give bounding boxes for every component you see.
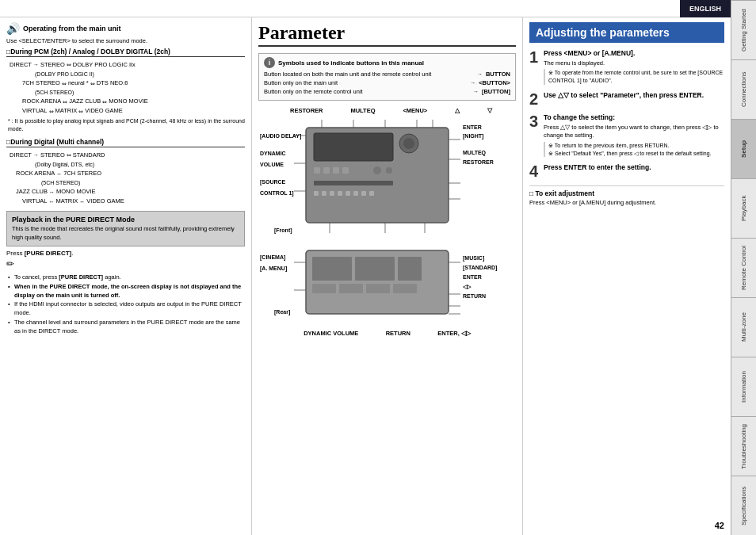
note-4: The channel level and surround parameter… [8, 318, 245, 336]
sidebar-item-connections[interactable]: Connections [731, 59, 756, 119]
svg-rect-14 [338, 191, 342, 196]
section-title: 🔊 Operating from the main unit [6, 22, 245, 35]
flow-row-3: ROCK ARENA ⇔ JAZZ CLUB ⇔ MONO MOVIE [22, 97, 245, 106]
svg-rect-5 [323, 167, 330, 174]
rear-left-labels: [CINEMA] [A. MENU] [260, 252, 287, 274]
svg-rect-24 [312, 284, 336, 293]
exit-section: □ To exit adjustment Press <MENU> or [A.… [529, 185, 724, 206]
svg-rect-10 [314, 181, 393, 185]
svg-point-3 [403, 138, 414, 149]
symbols-box: i Symbols used to indicate buttons in th… [258, 53, 516, 101]
page-title: Parameter [258, 22, 516, 47]
bottom-labels: DYNAMIC VOLUME RETURN ENTER, ◁▷ [258, 330, 516, 337]
svg-point-9 [386, 167, 392, 174]
center-panel: Parameter i Symbols used to indicate but… [252, 17, 523, 535]
svg-rect-16 [353, 191, 358, 196]
sidebar-item-troubleshooting[interactable]: Troubleshooting [731, 416, 756, 476]
right-panel: Adjusting the parameters 1 Press <MENU> … [523, 17, 731, 535]
sidebar-item-playback[interactable]: Playback [731, 178, 756, 238]
english-label: ENGLISH [689, 5, 721, 13]
digital-flow-row-3: VIRTUAL ↔ MATRIX ↔ VIDEO GAME [22, 197, 245, 206]
svg-rect-25 [339, 284, 363, 293]
svg-rect-18 [369, 191, 374, 196]
asterisk-note: * : It is possible to play analog input … [8, 117, 245, 133]
left-labels: [AUDIO DELAY] DYNAMICVOLUME [SOURCECONTR… [260, 131, 301, 199]
front-label: [Front] [274, 227, 292, 233]
page-number: 42 [715, 521, 724, 530]
flow-row-2b: (5CH STEREO) [35, 88, 245, 97]
symbol-row-2: Button only on the main unit → <BUTTON> [264, 79, 510, 86]
step-3: 3 To change the setting: Press △▽ to sel… [529, 113, 724, 157]
digital-flow-row-1: DIRECT → STEREO ⇔ STANDARD [10, 151, 245, 160]
pcm-title: □During PCM (2ch) / Analog / DOLBY DIGIT… [6, 48, 245, 57]
device-diagram-container: RESTORER MULTEQ <MENU> △ ▽ [258, 107, 516, 337]
digital-flow-row-2: ROCK ARENA ↔ 7CH STEREO (5CH STEREO) JAZ… [16, 169, 245, 197]
step-4: 4 Press ENTER to enter the setting. [529, 163, 724, 179]
exit-title: □ To exit adjustment [529, 189, 724, 197]
top-labels: RESTORER MULTEQ <MENU> △ ▽ [258, 107, 516, 114]
top-bar: ENGLISH [0, 0, 756, 17]
symbols-title: i Symbols used to indicate buttons in th… [264, 57, 510, 68]
step-1: 1 Press <MENU> or [A.MENU]. The menu is … [529, 49, 724, 85]
svg-rect-27 [393, 284, 417, 293]
svg-rect-12 [322, 191, 326, 196]
svg-rect-4 [314, 167, 320, 174]
note-2: When in the PURE DIRECT mode, the on-scr… [8, 282, 245, 300]
note-1: To cancel, press [PURE DIRECT] again. [8, 273, 245, 281]
flow-row-1: DIRECT→STEREO ⇔ DOLBY PRO LOGIC IIx [10, 60, 245, 70]
svg-rect-11 [314, 191, 319, 196]
sidebar-item-setup[interactable]: Setup [731, 119, 756, 178]
pure-direct-title: Playback in the PURE DIRECT Mode [12, 216, 239, 224]
svg-rect-26 [366, 284, 390, 293]
digital-flow-row-1b: (Dolby Digital, DTS, etc) [35, 160, 245, 169]
rear-label: [Rear] [274, 309, 290, 315]
svg-rect-13 [330, 191, 334, 196]
flow-row-2: 7CH STEREO ⇔ neural * ⇔ DTS NEO:6 [22, 78, 245, 88]
symbols-icon: i [264, 57, 275, 68]
step-2: 2 Use △▽ to select "Parameter", then pre… [529, 91, 724, 107]
symbol-row-1: Button located on both the main unit and… [264, 71, 510, 78]
main-content: 🔊 Operating from the main unit Use <SELE… [0, 17, 731, 535]
svg-point-8 [373, 166, 381, 174]
pcm-section: □During PCM (2ch) / Analog / DOLBY DIGIT… [6, 48, 245, 133]
right-labels-top: ENTER [NIGHT] MULTEQ RESTORER [463, 123, 494, 166]
sidebar-item-information[interactable]: Information [731, 357, 756, 416]
pure-direct-notes: To cancel, press [PURE DIRECT] again. Wh… [8, 273, 245, 335]
exit-text: Press <MENU> or [A.MENU] during adjustme… [529, 199, 724, 206]
digital-flow-diagram: DIRECT → STEREO ⇔ STANDARD (Dolby Digita… [10, 151, 245, 206]
svg-rect-22 [355, 257, 395, 281]
svg-rect-6 [333, 167, 339, 174]
pure-direct-desc: This is the mode that recreates the orig… [12, 225, 239, 242]
pencil-row: ✏ [6, 258, 245, 269]
pcm-flow-diagram: DIRECT→STEREO ⇔ DOLBY PRO LOGIC IIx (DOL… [10, 60, 245, 116]
flow-row-1b: (DOLBY PRO LOGIC II) [35, 70, 245, 78]
svg-rect-1 [314, 133, 393, 161]
press-pure-direct: Press [PURE DIRECT]. [6, 250, 245, 257]
english-tab: ENGLISH [680, 0, 731, 17]
symbol-row-3: Button only on the remote control unit →… [264, 88, 510, 95]
svg-rect-7 [342, 167, 349, 174]
right-sidebar: Getting Started Connections Setup Playba… [731, 0, 756, 535]
sidebar-item-remote-control[interactable]: Remote Control [731, 238, 756, 297]
sidebar-item-multizone[interactable]: Multi-zone [731, 297, 756, 357]
sidebar-item-specifications[interactable]: Specifications [731, 476, 756, 535]
svg-rect-21 [312, 257, 352, 281]
right-labels-bottom: [MUSIC] [STANDARD] ENTER ◁▷ RETURN [463, 254, 497, 300]
pure-direct-box: Playback in the PURE DIRECT Mode This is… [6, 211, 245, 246]
svg-rect-15 [346, 191, 350, 196]
adjust-title: Adjusting the parameters [529, 22, 724, 43]
digital-title: □During Digital (Multi channel) [6, 138, 245, 147]
svg-rect-23 [398, 257, 422, 281]
digital-section: □During Digital (Multi channel) DIRECT →… [6, 138, 245, 206]
left-panel: 🔊 Operating from the main unit Use <SELE… [0, 17, 252, 535]
note-3: If the HDMI input connector is selected,… [8, 300, 245, 318]
sidebar-item-getting-started[interactable]: Getting Started [731, 0, 756, 59]
svg-rect-17 [361, 191, 366, 196]
section-title-text: Operating from the main unit [23, 25, 121, 32]
section-subtitle: Use <SELECT/ENTER> to select the surroun… [6, 37, 245, 44]
flow-row-4: VIRTUAL ⇔ MATRIX ⇔ VIDEO GAME [22, 106, 245, 116]
